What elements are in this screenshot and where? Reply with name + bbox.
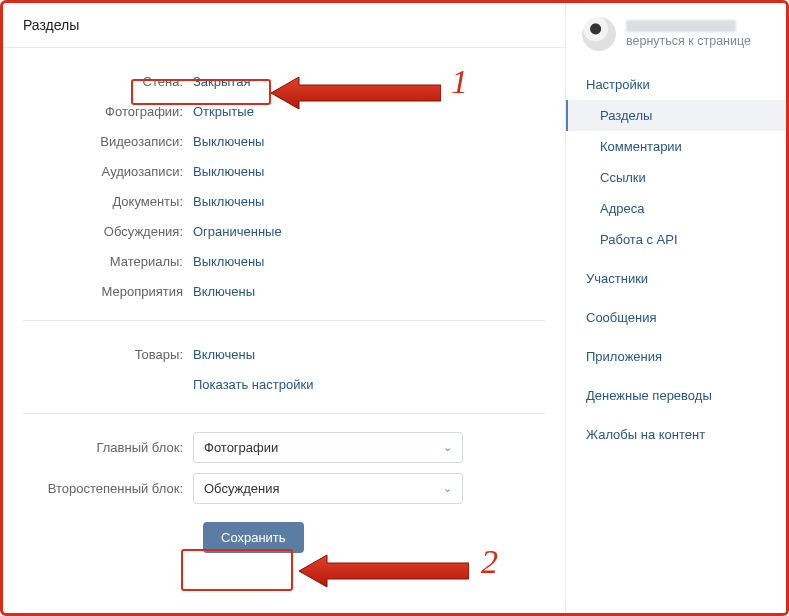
setting-videos-value[interactable]: Выключены <box>193 134 264 149</box>
avatar <box>582 17 616 51</box>
sidebar-item-2[interactable]: Комментарии <box>566 131 786 162</box>
sidebar-item-5[interactable]: Работа с API <box>566 224 786 255</box>
sidebar-item-10[interactable]: Жалобы на контент <box>566 419 786 450</box>
secondary-block-selected: Обсуждения <box>204 481 280 496</box>
setting-events-value[interactable]: Включены <box>193 284 255 299</box>
setting-label: Документы: <box>23 194 193 209</box>
main-block-select[interactable]: Фотографии ⌄ <box>193 432 463 463</box>
sidebar-item-3[interactable]: Ссылки <box>566 162 786 193</box>
secondary-block-select[interactable]: Обсуждения ⌄ <box>193 473 463 504</box>
sidebar-item-6[interactable]: Участники <box>566 263 786 294</box>
blocks-section: Главный блок: Фотографии ⌄ Второстепенны… <box>23 414 545 567</box>
goods-label: Товары: <box>23 347 193 362</box>
sidebar-item-9[interactable]: Денежные переводы <box>566 380 786 411</box>
setting-discussions-value[interactable]: Ограниченные <box>193 224 282 239</box>
setting-docs-value[interactable]: Выключены <box>193 194 264 209</box>
setting-label: Обсуждения: <box>23 224 193 239</box>
setting-label: Материалы: <box>23 254 193 269</box>
page-title: Разделы <box>3 3 565 48</box>
sidebar-item-4[interactable]: Адреса <box>566 193 786 224</box>
setting-label: Мероприятия <box>23 284 193 299</box>
setting-label: Аудиозаписи: <box>23 164 193 179</box>
main-block-selected: Фотографии <box>204 440 278 455</box>
setting-wall-value[interactable]: Закрытая <box>193 74 250 89</box>
main-block-label: Главный блок: <box>23 440 193 455</box>
secondary-block-label: Второстепенный блок: <box>23 481 193 496</box>
setting-photos-value[interactable]: Открытые <box>193 104 254 119</box>
back-to-page-link[interactable]: вернуться к странице <box>626 34 751 48</box>
chevron-down-icon: ⌄ <box>443 441 452 454</box>
sidebar-item-1[interactable]: Разделы <box>566 100 786 131</box>
setting-audio-value[interactable]: Выключены <box>193 164 264 179</box>
sections-list: Стена:Закрытая Фотографии:Открытые Видео… <box>23 48 545 321</box>
setting-label: Стена: <box>23 74 193 89</box>
sidebar: вернуться к странице НастройкиРазделыКом… <box>566 3 786 613</box>
goods-show-settings-link[interactable]: Показать настройки <box>193 377 313 392</box>
setting-label: Видеозаписи: <box>23 134 193 149</box>
chevron-down-icon: ⌄ <box>443 482 452 495</box>
setting-materials-value[interactable]: Выключены <box>193 254 264 269</box>
profile-name-placeholder <box>626 20 736 32</box>
setting-label: Фотографии: <box>23 104 193 119</box>
goods-section: Товары:Включены Показать настройки <box>23 321 545 414</box>
sidebar-item-7[interactable]: Сообщения <box>566 302 786 333</box>
settings-panel: Разделы Стена:Закрытая Фотографии:Открыт… <box>3 3 566 613</box>
sidebar-item-8[interactable]: Приложения <box>566 341 786 372</box>
save-button[interactable]: Сохранить <box>203 522 304 553</box>
sidebar-item-0[interactable]: Настройки <box>566 69 786 100</box>
profile-block[interactable]: вернуться к странице <box>566 3 786 69</box>
goods-value[interactable]: Включены <box>193 347 255 362</box>
